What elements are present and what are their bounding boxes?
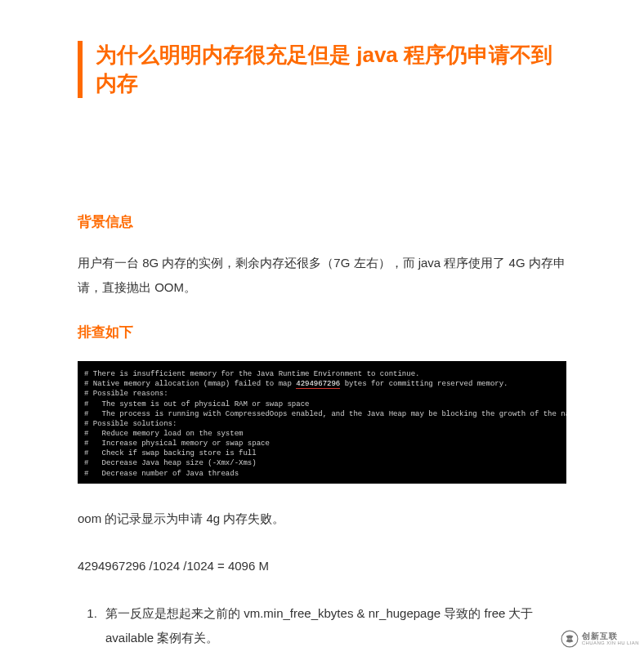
term-line: # Native memory allocation (mmap) failed… (84, 379, 560, 389)
highlighted-value: 4294967296 (296, 380, 340, 389)
term-line: # Check if swap backing store is full (84, 448, 560, 458)
svg-point-0 (561, 631, 578, 647)
heading-background: 背景信息 (78, 212, 566, 231)
paragraph-oom-note: oom 的记录显示为申请 4g 内存失败。 (78, 507, 566, 531)
watermark-logo-icon (561, 630, 579, 648)
ordered-steps: 第一反应是想起来之前的 vm.min_free_kbytes & nr_huge… (78, 601, 566, 650)
term-line: # Decrease Java heap size (-Xmx/-Xms) (84, 458, 560, 468)
watermark-text: 创新互联 CHUANG XIN HU LIAN (582, 632, 639, 645)
article-content: 为什么明明内存很充足但是 java 程序仍申请不到内存 背景信息 用户有一台 8… (0, 0, 644, 656)
term-line: # Possible solutions: (84, 419, 560, 429)
term-line: # Possible reasons: (84, 389, 560, 399)
term-line: # Reduce memory load on the system (84, 429, 560, 439)
page-title: 为什么明明内存很充足但是 java 程序仍申请不到内存 (96, 41, 566, 98)
term-line: # Increase physical memory or swap space (84, 439, 560, 448)
paragraph-calc: 4294967296 /1024 /1024 = 4096 M (78, 554, 566, 578)
watermark-cn: 创新互联 (582, 632, 639, 640)
step-item: 第一反应是想起来之前的 vm.min_free_kbytes & nr_huge… (101, 601, 566, 650)
term-line: # There is insufficient memory for the J… (84, 369, 560, 379)
title-block: 为什么明明内存很充足但是 java 程序仍申请不到内存 (78, 41, 566, 98)
term-line: # The system is out of physical RAM or s… (84, 399, 560, 409)
watermark: 创新互联 CHUANG XIN HU LIAN (561, 630, 639, 648)
heading-investigation: 排查如下 (78, 323, 566, 341)
watermark-en: CHUANG XIN HU LIAN (582, 640, 639, 645)
term-line: # The process is running with Compressed… (84, 409, 560, 419)
terminal-output: # There is insufficient memory for the J… (78, 361, 566, 484)
paragraph-background: 用户有一台 8G 内存的实例，剩余内存还很多（7G 左右），而 java 程序使… (78, 251, 566, 300)
term-line: # Decrease number of Java threads (84, 469, 560, 479)
